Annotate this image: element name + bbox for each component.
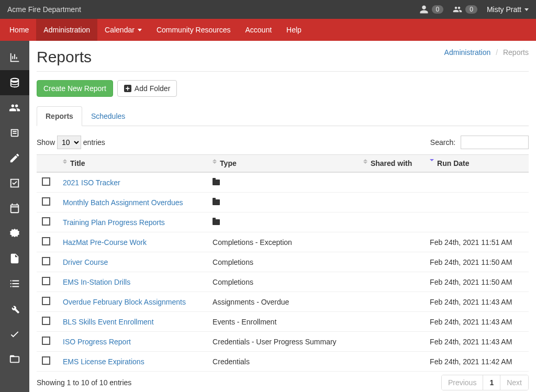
page-title: Reports [37, 48, 92, 66]
sidebar-item-reports[interactable] [0, 70, 29, 95]
sidebar-item-tasks[interactable] [0, 271, 29, 296]
row-type: Events - Enrollment [213, 318, 276, 326]
nav-calendar[interactable]: Calendar [97, 19, 149, 41]
row-checkbox[interactable] [42, 277, 50, 285]
row-checkbox[interactable] [42, 217, 50, 226]
row-type: Completions [213, 278, 253, 286]
table-row: Monthly Batch Assignment Overdues [37, 193, 529, 212]
table-row: 2021 ISO Tracker [37, 172, 529, 193]
table-row: HazMat Pre-Course WorkCompletions - Exce… [37, 232, 529, 252]
row-title-link[interactable]: ISO Progress Report [63, 338, 131, 346]
show-prefix: Show [37, 138, 55, 147]
sidebar-item-badges[interactable] [0, 221, 29, 246]
caret-down-icon [524, 8, 529, 11]
folder-icon [213, 180, 220, 185]
sidebar-item-folder[interactable] [0, 346, 29, 372]
row-shared [358, 332, 425, 352]
check-icon [9, 328, 20, 340]
row-checkbox[interactable] [42, 297, 50, 305]
user-menu[interactable]: Misty Pratt [487, 5, 529, 14]
org-name: Acme Fire Department [7, 5, 81, 14]
row-run-date: Feb 24th, 2021 11:50 AM [425, 272, 529, 292]
sidebar-item-tools[interactable] [0, 296, 29, 321]
row-checkbox[interactable] [42, 197, 50, 206]
table-row: Training Plan Progress Reports [37, 212, 529, 232]
user-badge[interactable]: 0 [419, 5, 444, 14]
row-title-link[interactable]: HazMat Pre-Course Work [63, 238, 147, 247]
col-run-date[interactable]: Run Date [425, 155, 529, 173]
page-size-select[interactable]: 10 [57, 136, 81, 149]
col-type[interactable]: Type [207, 155, 358, 173]
calendar-icon [9, 203, 20, 214]
people-icon [453, 5, 462, 14]
edit-icon [9, 152, 20, 164]
sidebar-item-approvals[interactable] [0, 171, 29, 196]
row-title-link[interactable]: Training Plan Progress Reports [63, 218, 165, 227]
reports-table: Title Type Shared with Run Date 2021 ISO… [37, 154, 529, 372]
row-shared [358, 193, 425, 212]
folder-icon [213, 199, 220, 205]
row-checkbox[interactable] [42, 317, 50, 325]
row-title-link[interactable]: BLS Skills Event Enrollment [63, 318, 154, 326]
nav-administration[interactable]: Administration [36, 19, 97, 41]
nav-help[interactable]: Help [279, 19, 309, 41]
nav-calendar-label: Calendar [105, 26, 135, 34]
nav-account[interactable]: Account [238, 19, 280, 41]
caret-down-icon [138, 29, 142, 31]
plus-icon: + [124, 85, 131, 92]
group-count: 0 [465, 5, 477, 14]
row-run-date: Feb 24th, 2021 11:43 AM [425, 312, 529, 332]
page-1[interactable]: 1 [483, 375, 500, 390]
main-content: Reports Administration / Reports Create … [29, 41, 536, 392]
row-checkbox[interactable] [42, 337, 50, 345]
sidebar-item-documents[interactable] [0, 246, 29, 271]
pagination: Previous 1 Next [441, 375, 529, 390]
row-checkbox[interactable] [42, 177, 50, 186]
sidebar-item-library[interactable] [0, 120, 29, 145]
row-type: Credentials - User Progress Summary [213, 338, 337, 346]
table-row: BLS Skills Event EnrollmentEvents - Enro… [37, 312, 529, 332]
row-run-date: Feb 24th, 2021 11:42 AM [425, 352, 529, 372]
sidebar-item-users[interactable] [0, 95, 29, 120]
row-checkbox[interactable] [42, 237, 50, 245]
col-title[interactable]: Title [58, 155, 207, 173]
folder-open-icon [9, 353, 20, 365]
wrench-icon [9, 303, 20, 315]
sidebar-item-compose[interactable] [0, 145, 29, 171]
nav-home[interactable]: Home [2, 19, 36, 41]
sidebar-item-dashboard[interactable] [0, 45, 29, 70]
search-input[interactable] [461, 136, 529, 149]
row-title-link[interactable]: Driver Course [63, 258, 108, 266]
search-control: Search: [430, 136, 529, 149]
table-row: ISO Progress ReportCredentials - User Pr… [37, 332, 529, 352]
col-shared-with[interactable]: Shared with [358, 155, 425, 173]
page-next[interactable]: Next [500, 375, 528, 390]
nav-community[interactable]: Community Resources [149, 19, 238, 41]
topbar: Acme Fire Department 0 0 Misty Pratt [0, 0, 536, 19]
row-run-date: Feb 24th, 2021 11:43 AM [425, 332, 529, 352]
sidebar-item-calendar[interactable] [0, 196, 29, 221]
row-title-link[interactable]: EMS In-Station Drills [63, 278, 130, 286]
table-info: Showing 1 to 10 of 10 entries [37, 378, 131, 387]
sidebar-item-check[interactable] [0, 321, 29, 346]
page-size-control: Show 10 entries [37, 136, 105, 149]
row-title-link[interactable]: Monthly Batch Assignment Overdues [63, 198, 183, 207]
page-prev[interactable]: Previous [442, 375, 483, 390]
row-title-link[interactable]: EMS License Expirations [63, 357, 144, 366]
sidebar [0, 41, 29, 392]
person-icon [419, 5, 429, 14]
row-checkbox[interactable] [42, 257, 50, 265]
tab-reports[interactable]: Reports [37, 106, 82, 126]
row-checkbox[interactable] [42, 356, 50, 365]
row-title-link[interactable]: 2021 ISO Tracker [63, 178, 120, 187]
group-badge[interactable]: 0 [453, 5, 477, 14]
create-new-report-button[interactable]: Create New Report [37, 80, 113, 97]
breadcrumb-separator: / [496, 48, 498, 57]
breadcrumb-admin[interactable]: Administration [444, 48, 491, 57]
row-run-date [425, 212, 529, 232]
tab-schedules[interactable]: Schedules [82, 106, 134, 126]
row-title-link[interactable]: Overdue February Block Assignments [63, 298, 186, 306]
row-type: Completions [213, 258, 253, 266]
main-nav: Home Administration Calendar Community R… [0, 19, 536, 41]
add-folder-button[interactable]: + Add Folder [117, 80, 177, 97]
